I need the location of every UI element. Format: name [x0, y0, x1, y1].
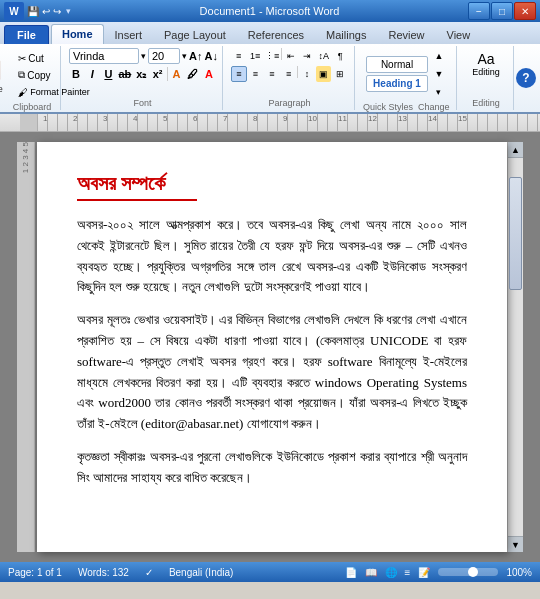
view-draft-button[interactable]: 📝 — [418, 567, 430, 578]
quick-access-save[interactable]: 💾 — [27, 6, 39, 17]
borders-button[interactable]: ⊞ — [332, 66, 348, 82]
highlight-button[interactable]: 🖊 — [186, 66, 200, 82]
bullets-button[interactable]: ≡ — [231, 48, 247, 64]
paste-button[interactable]: 📋 Paste — [0, 50, 12, 98]
line-spacing-button[interactable]: ↕ — [299, 66, 315, 82]
font-size-dropdown[interactable]: ▾ — [182, 51, 187, 61]
tab-file[interactable]: File — [4, 25, 49, 44]
editing-icon: Aa — [477, 51, 494, 67]
language[interactable]: Bengali (India) — [169, 567, 233, 578]
bold-button[interactable]: B — [69, 66, 83, 82]
vertical-scrollbar[interactable]: ▲ ▼ — [507, 142, 523, 552]
document-title: অবসর সম্পর্কে — [77, 172, 467, 195]
view-web-button[interactable]: 🌐 — [385, 567, 397, 578]
justify-button[interactable]: ≡ — [281, 66, 297, 82]
font-name-input[interactable] — [69, 48, 139, 64]
clipboard-group: 📋 Paste ✂ Cut ⧉ Copy 🖌 Format Painter Cl… — [4, 46, 61, 110]
underline-button[interactable]: U — [101, 66, 115, 82]
align-center-button[interactable]: ≡ — [248, 66, 264, 82]
view-full-reading-button[interactable]: 📖 — [365, 567, 377, 578]
font-name-row: ▾ ▾ A↑ A↓ — [69, 48, 216, 64]
multilevel-list-button[interactable]: ⋮≡ — [264, 48, 280, 64]
status-right: 📄 📖 🌐 ≡ 📝 100% — [345, 567, 532, 578]
italic-button[interactable]: I — [85, 66, 99, 82]
paste-label: Paste — [0, 85, 3, 95]
document-page[interactable]: অবসর সম্পর্কে অবসর-২০০২ সালে আত্মপ্রকাশ … — [37, 142, 507, 552]
title-underline — [77, 199, 197, 201]
font-name-dropdown[interactable]: ▾ — [141, 51, 146, 61]
divider — [297, 66, 298, 78]
tab-references[interactable]: References — [237, 25, 315, 44]
editing-label: Editing — [472, 67, 500, 77]
paragraph-1[interactable]: অবসর-২০০২ সালে আত্মপ্রকাশ করে। তবে অবসর-… — [77, 215, 467, 298]
vertical-ruler: 1 2 3 4 5 — [17, 142, 35, 552]
paragraph-group-label: Paragraph — [268, 96, 310, 108]
format-painter-icon: 🖌 — [18, 87, 28, 98]
scroll-down-button[interactable]: ▼ — [508, 536, 523, 552]
cut-icon: ✂ — [18, 53, 26, 64]
sort-button[interactable]: ↕A — [316, 48, 332, 64]
zoom-thumb — [468, 567, 478, 577]
align-right-button[interactable]: ≡ — [264, 66, 280, 82]
paragraph-2[interactable]: অবসর মূলতঃ ভেখার ওয়েবসাইট। এর বিভিন্ন ব… — [77, 310, 467, 435]
quick-access-undo[interactable]: ↩ — [42, 6, 50, 17]
ribbon: 📋 Paste ✂ Cut ⧉ Copy 🖌 Format Painter Cl… — [0, 44, 540, 114]
tab-review[interactable]: Review — [377, 25, 435, 44]
tab-home[interactable]: Home — [51, 24, 104, 44]
subscript-button[interactable]: x₂ — [134, 66, 148, 82]
close-button[interactable]: ✕ — [514, 2, 536, 20]
superscript-button[interactable]: x² — [150, 66, 164, 82]
status-bar: Page: 1 of 1 Words: 132 ✓ Bengali (India… — [0, 562, 540, 582]
paragraph-group: ≡ 1≡ ⋮≡ ⇤ ⇥ ↕A ¶ ≡ ≡ ≡ ≡ ↕ ▣ ⊞ Paragraph — [225, 46, 355, 110]
styles-scroll-down[interactable]: ▼ — [431, 66, 447, 82]
font-size-input[interactable] — [148, 48, 180, 64]
font-format-row: B I U ab x₂ x² A 🖊 A — [69, 66, 216, 82]
editing-group-label: Editing — [472, 96, 500, 108]
tab-page-layout[interactable]: Page Layout — [153, 25, 237, 44]
scroll-up-button[interactable]: ▲ — [508, 142, 523, 158]
ruler-scale: 1 2 3 4 5 6 7 8 9 10 11 12 13 14 15 — [38, 114, 540, 131]
help-button[interactable]: ? — [516, 68, 536, 88]
grow-font-button[interactable]: A↑ — [189, 50, 202, 62]
minimize-button[interactable]: − — [468, 2, 490, 20]
tab-mailings[interactable]: Mailings — [315, 25, 377, 44]
alignment-row: ≡ ≡ ≡ ≡ ↕ ▣ ⊞ — [231, 66, 348, 82]
divider — [167, 67, 168, 81]
shading-button[interactable]: ▣ — [316, 66, 332, 82]
quick-style-heading1[interactable]: Heading 1 — [366, 75, 428, 92]
editing-group: Aa Editing Editing — [459, 46, 514, 110]
font-color-button[interactable]: A — [202, 66, 216, 82]
quick-styles-label[interactable]: Quick Styles — [363, 102, 413, 112]
editing-button[interactable]: Aa Editing — [465, 48, 507, 80]
app-icon: W — [4, 2, 24, 20]
increase-indent-button[interactable]: ⇥ — [299, 48, 315, 64]
paragraph-3[interactable]: কৃতজ্ঞতা স্বীকারঃ অবসর-এর পুরনো লেখাগুলি… — [77, 447, 467, 489]
copy-icon: ⧉ — [18, 69, 25, 81]
strikethrough-button[interactable]: ab — [117, 66, 132, 82]
zoom-level[interactable]: 100% — [506, 567, 532, 578]
align-left-button[interactable]: ≡ — [231, 66, 247, 82]
spell-check-icon[interactable]: ✓ — [145, 567, 153, 578]
maximize-button[interactable]: □ — [491, 2, 513, 20]
view-outline-button[interactable]: ≡ — [405, 567, 411, 578]
ruler-corner — [20, 114, 38, 131]
zoom-slider[interactable] — [438, 568, 498, 576]
scroll-track — [508, 158, 523, 536]
quick-access-redo[interactable]: ↪ — [53, 6, 61, 17]
scroll-thumb[interactable] — [509, 177, 522, 290]
styles-group: Normal Heading 1 ▲ ▼ ▾ Quick Styles Chan… — [357, 46, 457, 110]
ribbon-tab-bar: File Home Insert Page Layout References … — [0, 22, 540, 44]
styles-more[interactable]: ▾ — [431, 84, 447, 100]
show-hide-button[interactable]: ¶ — [332, 48, 348, 64]
shrink-font-button[interactable]: A↓ — [204, 50, 217, 62]
decrease-indent-button[interactable]: ⇤ — [283, 48, 299, 64]
numbering-button[interactable]: 1≡ — [248, 48, 264, 64]
text-effects-button[interactable]: A — [170, 66, 184, 82]
view-print-button[interactable]: 📄 — [345, 567, 357, 578]
tab-insert[interactable]: Insert — [104, 25, 154, 44]
quick-style-normal[interactable]: Normal — [366, 56, 428, 73]
help-area: ? — [516, 68, 536, 88]
styles-scroll-up[interactable]: ▲ — [431, 48, 447, 64]
document-area[interactable]: 1 2 3 4 5 অবসর সম্পর্কে অবসর-২০০২ সালে আ… — [0, 132, 540, 562]
tab-view[interactable]: View — [436, 25, 482, 44]
